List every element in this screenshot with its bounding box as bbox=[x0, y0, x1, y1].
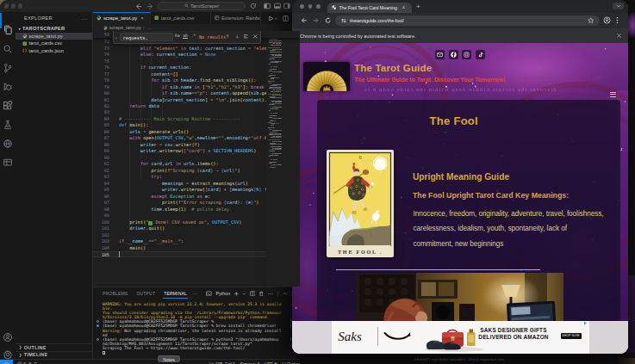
ad-banner[interactable]: Saks bbox=[292, 321, 628, 354]
regex-toggle[interactable]: .* bbox=[190, 34, 196, 38]
close-find-icon[interactable] bbox=[252, 34, 258, 40]
file-row-scrape-tarot-py[interactable]: scrape_tarot.py bbox=[16, 33, 92, 40]
facebook-icon[interactable] bbox=[449, 50, 458, 59]
menu-hamburger-icon[interactable] bbox=[610, 92, 616, 98]
maximize-panel-icon[interactable] bbox=[282, 291, 288, 297]
history-back-button[interactable] bbox=[134, 3, 142, 10]
breadcrumb-separator: › bbox=[143, 25, 145, 30]
site-info-icon[interactable] bbox=[341, 18, 346, 23]
tab-search-button[interactable] bbox=[613, 3, 624, 10]
minimap[interactable] bbox=[266, 31, 300, 287]
extensions-icon[interactable] bbox=[3, 101, 13, 111]
toggle-replace-icon[interactable]: › bbox=[115, 34, 118, 40]
kill-terminal-icon[interactable] bbox=[258, 291, 265, 297]
remote-explorer-icon[interactable] bbox=[3, 157, 13, 168]
explorer-icon[interactable] bbox=[3, 25, 13, 35]
find-input[interactable]: requests. bbox=[120, 33, 173, 41]
run-tasks-icon[interactable] bbox=[250, 3, 257, 9]
tab-tarot-cards-csv[interactable]: tarot_cards.csv bbox=[151, 12, 211, 24]
chrome-menu-icon[interactable] bbox=[613, 16, 621, 24]
live-share-icon[interactable] bbox=[3, 139, 13, 149]
tab-problems[interactable]: PROBLEMS bbox=[103, 287, 128, 299]
terminal-dropdown-icon[interactable] bbox=[242, 292, 246, 296]
email-icon[interactable] bbox=[435, 50, 445, 59]
panel-more-icon[interactable]: ··· bbox=[192, 291, 198, 296]
profile-avatar-icon[interactable] bbox=[603, 16, 611, 24]
toggle-panel-icon[interactable] bbox=[274, 3, 281, 9]
bookmark-star-icon[interactable] bbox=[588, 17, 595, 24]
new-tab-button[interactable]: + bbox=[416, 3, 420, 10]
find-result-label: No results bbox=[199, 34, 226, 40]
remote-indicator[interactable] bbox=[0, 360, 13, 364]
status-right-items[interactable]: Ln 105, Col 1 Spaces: 4 UTF-8 { } Python… bbox=[209, 361, 300, 364]
account-icon[interactable] bbox=[3, 332, 13, 342]
close-tab-icon[interactable]: × bbox=[140, 15, 144, 21]
desktop-screen: ChatGPT can make mistakes. Check importa… bbox=[0, 0, 635, 364]
find-previous-icon[interactable] bbox=[225, 34, 231, 40]
code-editor[interactable]: 72 if not text: continue73 elif "element… bbox=[93, 31, 300, 287]
instagram-icon[interactable] bbox=[462, 50, 471, 59]
command-center-search[interactable]: TarotScraper bbox=[158, 2, 246, 10]
tab-output[interactable]: OUTPUT bbox=[136, 287, 155, 299]
breadcrumb[interactable]: scrape_tarot.py › ... bbox=[93, 24, 300, 31]
run-debug-icon[interactable] bbox=[3, 82, 13, 92]
tab-terminal[interactable]: TERMINAL bbox=[164, 287, 187, 299]
reload-button[interactable] bbox=[325, 17, 332, 24]
history-forward-button[interactable] bbox=[146, 3, 154, 10]
python-file-icon bbox=[103, 26, 108, 30]
vscode-editor-group: scrape_tarot.py × tarot_cards.csv Extens… bbox=[93, 12, 300, 287]
tab-scrape-tarot-py[interactable]: scrape_tarot.py × bbox=[93, 12, 151, 24]
terminal-shell-icon bbox=[206, 291, 212, 297]
zoom-traffic-light[interactable] bbox=[316, 4, 321, 9]
terminal-prompt-marker bbox=[96, 320, 99, 323]
tiktok-icon[interactable] bbox=[476, 50, 485, 59]
site-title[interactable]: The Tarot Guide bbox=[354, 63, 432, 73]
toggle-sidebar-icon[interactable] bbox=[264, 3, 271, 9]
new-terminal-icon[interactable] bbox=[233, 291, 240, 297]
back-button[interactable] bbox=[301, 17, 308, 24]
explorer-more-icon[interactable]: ··· bbox=[82, 16, 89, 22]
infobar-message: Chrome is being controlled by automated … bbox=[300, 34, 416, 39]
the-fool-card-image[interactable]: 0 bbox=[327, 150, 394, 257]
run-python-file-button[interactable] bbox=[268, 15, 278, 22]
terminal-output[interactable]: WARNING: You are using pip version 21.2.… bbox=[93, 300, 300, 359]
split-editor-icon[interactable] bbox=[283, 15, 289, 22]
close-infobar-icon[interactable] bbox=[616, 33, 622, 39]
python-file-icon bbox=[22, 34, 28, 39]
whole-word-toggle[interactable]: ab bbox=[183, 34, 189, 38]
address-bar[interactable]: thetarotguide.com/the-fool/ bbox=[335, 15, 600, 26]
json-file-icon bbox=[22, 48, 28, 53]
file-row-tarot-cards-json[interactable]: tarot_cards.json bbox=[16, 47, 92, 55]
amazon-smile-icon bbox=[383, 331, 412, 342]
source-control-icon[interactable] bbox=[3, 63, 13, 73]
workspace-root-folder[interactable]: ▾ TAROTSCRAPER bbox=[16, 25, 92, 33]
find-next-icon[interactable] bbox=[234, 34, 240, 40]
tab-extension-rainbow[interactable]: Extension: Rainbo bbox=[211, 12, 261, 24]
testing-icon[interactable] bbox=[3, 120, 13, 130]
csv-file-icon bbox=[154, 15, 159, 21]
shop-now-button[interactable]: SHOP NOW bbox=[561, 333, 582, 340]
browser-tab[interactable]: The Fool Tarot Card Meaning × bbox=[327, 3, 412, 13]
close-traffic-light[interactable] bbox=[4, 3, 9, 8]
ad-right-panel bbox=[589, 321, 628, 354]
match-case-toggle[interactable]: Aa bbox=[175, 34, 181, 38]
minimize-traffic-light[interactable] bbox=[11, 3, 16, 8]
minimize-traffic-light[interactable] bbox=[308, 4, 313, 9]
article-panel: The Fool 0 bbox=[317, 100, 620, 354]
zoom-traffic-light[interactable] bbox=[18, 3, 22, 8]
find-in-selection-icon[interactable] bbox=[243, 34, 249, 40]
site-logo[interactable] bbox=[303, 62, 351, 91]
forward-button[interactable] bbox=[313, 17, 320, 24]
adchoices-icon[interactable] bbox=[583, 321, 588, 325]
toggle-secondary-sidebar-icon[interactable] bbox=[283, 3, 290, 9]
panel-more-actions-icon[interactable]: ⋯ bbox=[267, 293, 273, 295]
close-tab-icon[interactable]: × bbox=[402, 4, 405, 10]
close-traffic-light[interactable] bbox=[300, 4, 304, 9]
content-divider bbox=[336, 269, 540, 270]
file-row-tarot-cards-csv[interactable]: tarot_cards.csv bbox=[16, 40, 92, 47]
split-terminal-icon[interactable] bbox=[250, 291, 256, 297]
timeline-section[interactable]: ❯ TIMELINE bbox=[16, 351, 92, 359]
search-icon[interactable] bbox=[3, 44, 13, 54]
problems-status[interactable]: 0 0 bbox=[17, 361, 37, 364]
outline-section[interactable]: ❯ OUTLINE bbox=[16, 343, 92, 351]
